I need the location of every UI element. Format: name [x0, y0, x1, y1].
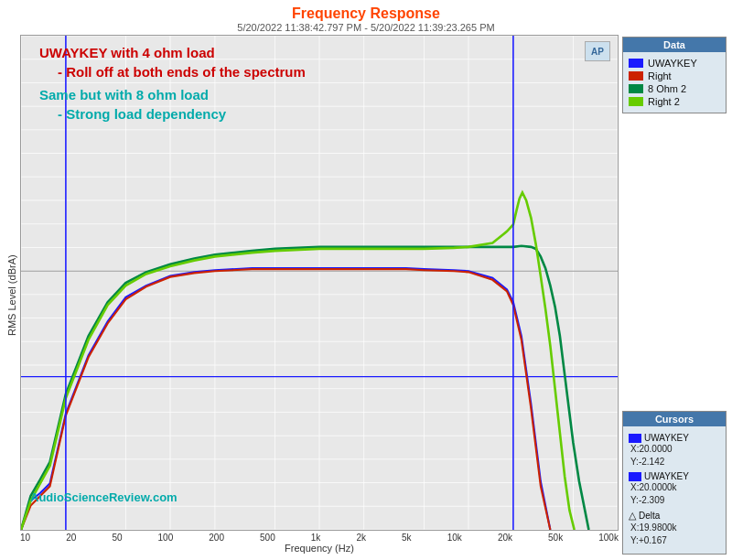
title-area: Frequency Response 5/20/2022 11:38:42.79…: [0, 0, 732, 35]
cursors-header: Cursors: [623, 412, 726, 426]
legend-item-uwaykey: UWAYKEY: [629, 58, 720, 69]
ap-logo: AP: [585, 41, 610, 61]
x-axis-labels: 10 20 50 100 200 500 1k 2k 5k 10k 20k: [20, 531, 619, 543]
legend-item-right: Right: [629, 70, 720, 81]
x-tick-50k: 50k: [548, 533, 563, 543]
cursor-entry-delta: △ Delta X:19.9800k Y:+0.167: [629, 510, 720, 547]
legend-color-8ohm2: [629, 84, 643, 93]
x-tick-1k: 1k: [311, 533, 321, 543]
legend-box: Data UWAYKEY Right 8 Ohm 2: [622, 37, 727, 113]
cursor-label-row-2: UWAYKEY: [629, 471, 720, 481]
x-tick-100: 100: [158, 533, 174, 543]
cursor-y-delta: Y:+0.167: [630, 534, 720, 547]
cursor-y-2: Y:-2.309: [630, 494, 720, 507]
cursor-name-delta: Delta: [639, 511, 660, 521]
x-axis-title: Frequency (Hz): [20, 543, 619, 554]
x-tick-100k: 100k: [598, 533, 619, 543]
x-tick-500: 500: [260, 533, 275, 543]
cursor-color-1: [629, 434, 641, 443]
cursor-label-row-1: UWAYKEY: [629, 433, 720, 443]
legend-item-right2: Right 2: [629, 96, 720, 107]
cursor-label-row-delta: △ Delta: [629, 510, 720, 522]
legend-header: Data: [623, 38, 726, 52]
cursor-entry-1: UWAYKEY X:20.0000 Y:-2.142: [629, 433, 720, 468]
x-tick-200: 200: [209, 533, 224, 543]
asr-watermark: AudioScienceReview.com: [30, 490, 178, 504]
x-tick-10k: 10k: [447, 533, 462, 543]
x-tick-2k: 2k: [356, 533, 366, 543]
chart-svg: +5.0 +4.5 +4.0 +3.5 +3.0 +2.5 +2.0 +1.5 …: [21, 36, 618, 530]
cursor-entry-2: UWAYKEY X:20.0000k Y:-2.309: [629, 471, 720, 507]
x-tick-20k: 20k: [498, 533, 512, 543]
y-axis-label: RMS Level (dBrA): [4, 35, 20, 556]
x-tick-5k: 5k: [402, 533, 412, 543]
legend-label-right2: Right 2: [648, 96, 680, 107]
chart-inner: +5.0 +4.5 +4.0 +3.5 +3.0 +2.5 +2.0 +1.5 …: [20, 35, 619, 556]
cursor-name-2: UWAYKEY: [644, 471, 689, 481]
x-tick-50: 50: [112, 533, 122, 543]
chart-subtitle: 5/20/2022 11:38:42.797 PM - 5/20/2022 11…: [0, 22, 732, 33]
chart-title: Frequency Response: [0, 5, 732, 22]
x-axis: 10 20 50 100 200 500 1k 2k 5k 10k 20k: [20, 531, 619, 556]
legend-color-right2: [629, 97, 643, 106]
delta-icon: △: [629, 510, 636, 522]
right-panel: Data UWAYKEY Right 8 Ohm 2: [619, 35, 728, 556]
cursor-values-1: X:20.0000 Y:-2.142: [629, 443, 720, 468]
cursors-box: Cursors UWAYKEY X:20.0000 Y:-2.142: [622, 411, 727, 555]
x-tick-20: 20: [66, 533, 76, 543]
cursor-values-2: X:20.0000k Y:-2.309: [629, 481, 720, 507]
cursor-x-delta: X:19.9800k: [630, 522, 720, 534]
legend-label-uwaykey: UWAYKEY: [648, 58, 697, 69]
legend-color-right: [629, 71, 643, 81]
legend-body: UWAYKEY Right 8 Ohm 2 Right 2: [623, 52, 726, 113]
legend-label-8ohm2: 8 Ohm 2: [648, 83, 686, 94]
cursor-values-delta: X:19.9800k Y:+0.167: [629, 522, 720, 547]
content-row: RMS Level (dBrA): [0, 35, 732, 560]
chart-with-yaxis: RMS Level (dBrA): [4, 35, 619, 556]
app-container: Frequency Response 5/20/2022 11:38:42.79…: [0, 0, 732, 560]
cursors-body: UWAYKEY X:20.0000 Y:-2.142 UWAYKEY: [623, 426, 726, 554]
cursor-x-1: X:20.0000: [630, 443, 720, 456]
legend-item-8ohm2: 8 Ohm 2: [629, 83, 720, 94]
cursor-name-1: UWAYKEY: [644, 433, 689, 443]
cursor-y-1: Y:-2.142: [630, 456, 720, 468]
chart-plot: +5.0 +4.5 +4.0 +3.5 +3.0 +2.5 +2.0 +1.5 …: [20, 35, 619, 531]
cursor-x-2: X:20.0000k: [630, 481, 720, 494]
chart-area: RMS Level (dBrA): [4, 35, 619, 556]
legend-color-uwaykey: [629, 59, 643, 68]
x-tick-10: 10: [20, 533, 30, 543]
legend-label-right: Right: [648, 70, 672, 81]
cursor-color-2: [629, 472, 641, 481]
